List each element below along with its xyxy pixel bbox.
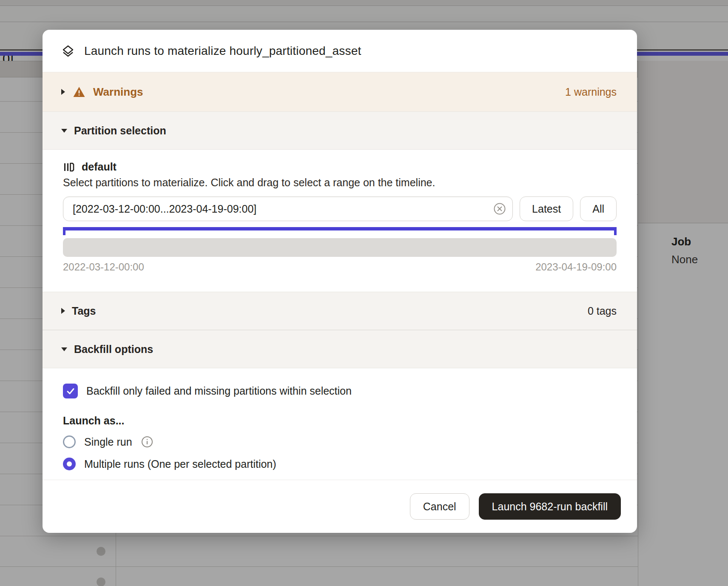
launch-backfill-button[interactable]: Launch 9682-run backfill (479, 493, 621, 520)
checkmark-icon (65, 386, 76, 396)
range-end-tick (614, 227, 617, 235)
tags-count-badge: 0 tags (588, 305, 617, 317)
single-run-label: Single run (84, 436, 132, 448)
chevron-down-icon (61, 129, 67, 133)
partition-dimension-row: default (63, 161, 617, 173)
selected-range-bar (63, 227, 617, 230)
cancel-button[interactable]: Cancel (410, 493, 469, 520)
range-start-tick (63, 227, 65, 235)
radio-checked-icon[interactable] (63, 458, 76, 470)
all-button[interactable]: All (580, 196, 617, 221)
info-icon[interactable] (141, 435, 154, 448)
partition-range-field (63, 196, 513, 221)
dialog-title: Launch runs to materialize hourly_partit… (84, 44, 361, 58)
warnings-section-toggle[interactable]: Warnings 1 warnings (43, 72, 637, 111)
partition-set-icon (63, 161, 75, 173)
materialize-layers-icon (61, 44, 75, 58)
multiple-runs-radio-row[interactable]: Multiple runs (One per selected partitio… (63, 457, 617, 471)
partition-dimension-name: default (82, 161, 117, 173)
tags-section-toggle[interactable]: Tags 0 tags (43, 292, 637, 330)
warnings-label: Warnings (93, 85, 143, 99)
clear-selection-button[interactable] (493, 202, 506, 216)
chevron-right-icon (61, 308, 65, 314)
partition-range-input[interactable] (63, 197, 512, 221)
backfill-only-failed-checkbox-row[interactable]: Backfill only failed and missing partiti… (63, 384, 617, 398)
warnings-count-badge: 1 warnings (565, 86, 617, 98)
checkbox-checked-icon[interactable] (63, 384, 78, 398)
tags-label: Tags (72, 305, 96, 317)
partition-selection-body: default Select partitions to materialize… (43, 150, 637, 292)
radio-unchecked-icon[interactable] (63, 435, 76, 448)
backfill-only-failed-label: Backfill only failed and missing partiti… (86, 385, 352, 397)
timeline-labels: 2022-03-12-00:00 2023-04-19-09:00 (63, 261, 617, 273)
warning-triangle-icon (73, 85, 85, 98)
partition-range-controls: Latest All (63, 196, 617, 221)
partition-selection-label: Partition selection (74, 125, 166, 137)
timeline-end-label: 2023-04-19-09:00 (535, 261, 617, 273)
launch-as-label: Launch as... (63, 415, 617, 427)
single-run-radio-row[interactable]: Single run (63, 435, 617, 449)
dialog-footer: Cancel Launch 9682-run backfill (43, 480, 637, 533)
chevron-down-icon (61, 347, 67, 351)
launch-backfill-dialog: Launch runs to materialize hourly_partit… (43, 30, 637, 533)
clear-circle-x-icon (493, 202, 506, 216)
backfill-options-toggle[interactable]: Backfill options (43, 330, 637, 368)
chevron-right-icon (61, 89, 65, 95)
backfill-options-body: Backfill only failed and missing partiti… (43, 368, 637, 471)
partition-selection-toggle[interactable]: Partition selection (43, 111, 637, 150)
dialog-header: Launch runs to materialize hourly_partit… (43, 30, 637, 72)
partition-description: Select partitions to materialize. Click … (63, 176, 617, 189)
timeline-start-label: 2022-03-12-00:00 (63, 261, 144, 273)
latest-button[interactable]: Latest (520, 196, 573, 221)
multiple-runs-label: Multiple runs (One per selected partitio… (84, 458, 276, 470)
backfill-options-label: Backfill options (74, 343, 153, 356)
partition-timeline-track[interactable] (63, 238, 617, 257)
